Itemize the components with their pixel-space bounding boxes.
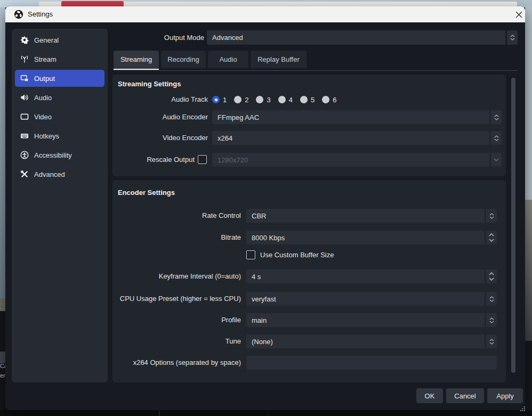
combo-arrows[interactable] bbox=[486, 335, 497, 348]
gear-icon bbox=[20, 36, 29, 44]
radio-label: 4 bbox=[289, 96, 293, 104]
cpu-preset-value: veryfast bbox=[252, 295, 276, 303]
radio-track-2[interactable] bbox=[234, 96, 241, 103]
combo-arrows[interactable] bbox=[491, 131, 502, 145]
combo-arrows[interactable] bbox=[486, 313, 497, 327]
apply-button[interactable]: Apply bbox=[487, 388, 523, 403]
keyframe-interval-spinbox[interactable]: 4 s bbox=[246, 270, 497, 283]
sidebar-item-stream[interactable]: Stream bbox=[15, 51, 104, 68]
chevron-up-icon bbox=[489, 233, 494, 236]
tune-value: (None) bbox=[252, 338, 273, 346]
chevron-up-icon bbox=[489, 272, 494, 275]
rescale-output-checkbox[interactable] bbox=[198, 155, 207, 164]
speaker-icon bbox=[20, 93, 29, 102]
background-left-strip bbox=[0, 7, 5, 298]
sidebar-item-video[interactable]: Video bbox=[15, 108, 104, 125]
tune-select[interactable]: (None) bbox=[246, 335, 497, 348]
sidebar-item-advanced[interactable]: Advanced bbox=[15, 166, 104, 183]
combo-arrows[interactable] bbox=[486, 292, 497, 306]
combo-arrows[interactable] bbox=[491, 153, 502, 167]
combo-arrows[interactable] bbox=[486, 209, 497, 223]
sidebar-item-label: Advanced bbox=[34, 170, 65, 178]
chevron-down-icon bbox=[494, 118, 499, 120]
streaming-settings-title: Streaming Settings bbox=[118, 80, 181, 88]
scrollbar-thumb[interactable] bbox=[511, 78, 515, 373]
sidebar-item-hotkeys[interactable]: Hotkeys bbox=[15, 127, 104, 144]
x264-options-label: x264 Options (separated by space) bbox=[81, 358, 241, 367]
apply-button-label: Apply bbox=[496, 392, 514, 400]
tab-label: Replay Buffer bbox=[257, 55, 300, 63]
custom-buffer-checkbox[interactable] bbox=[246, 250, 255, 259]
x264-options-input[interactable] bbox=[246, 356, 497, 370]
background-left-strip bbox=[0, 298, 5, 311]
video-encoder-label: Video Encoder bbox=[101, 134, 208, 142]
keyframe-interval-value: 4 s bbox=[252, 273, 261, 281]
screen: Ca er Settings General bbox=[0, 0, 532, 416]
background-divider bbox=[268, 410, 269, 416]
chevron-up-icon bbox=[489, 317, 494, 320]
rescale-resolution-select[interactable]: 1280x720 bbox=[212, 153, 502, 167]
radio-track-1[interactable] bbox=[212, 96, 220, 103]
sidebar-item-audio[interactable]: Audio bbox=[15, 89, 104, 106]
rate-control-select[interactable]: CBR bbox=[246, 209, 497, 223]
titlebar[interactable] bbox=[5, 6, 525, 22]
spin-arrows[interactable] bbox=[486, 231, 497, 244]
radio-track-5[interactable] bbox=[300, 96, 308, 103]
tab-separator bbox=[114, 70, 518, 71]
combo-arrows[interactable] bbox=[491, 110, 502, 124]
audio-encoder-select[interactable]: FFmpeg AAC bbox=[212, 110, 502, 124]
rate-control-label: Rate Control bbox=[108, 211, 241, 220]
close-icon[interactable] bbox=[513, 9, 525, 20]
tab-audio[interactable]: Audio bbox=[208, 51, 248, 68]
dialog-title: Settings bbox=[28, 6, 53, 22]
spin-arrows[interactable] bbox=[486, 270, 497, 283]
radio-label: 5 bbox=[311, 96, 315, 104]
output-mode-label: Output Mode bbox=[124, 30, 204, 45]
ok-button-label: OK bbox=[425, 392, 435, 400]
chevron-down-icon bbox=[489, 216, 494, 219]
encoder-settings-title: Encoder Settings bbox=[118, 189, 175, 197]
profile-select[interactable]: main bbox=[246, 313, 497, 327]
tab-label: Recording bbox=[167, 55, 199, 63]
bitrate-value: 8000 Kbps bbox=[252, 234, 285, 242]
sidebar-item-output[interactable]: Output bbox=[15, 70, 104, 87]
sidebar-item-label: General bbox=[34, 36, 59, 44]
profile-value: main bbox=[252, 316, 267, 324]
audio-track-label: Audio Track bbox=[128, 95, 208, 104]
chevron-down-icon bbox=[494, 158, 499, 161]
chevron-up-icon bbox=[489, 339, 494, 341]
bitrate-label: Bitrate bbox=[108, 233, 241, 242]
ok-button[interactable]: OK bbox=[416, 388, 443, 403]
display-icon bbox=[20, 112, 29, 121]
chevron-down-icon bbox=[489, 278, 494, 281]
keyboard-icon bbox=[20, 132, 29, 140]
resize-grip[interactable] bbox=[520, 404, 526, 413]
tune-label: Tune bbox=[108, 337, 241, 346]
bitrate-spinbox[interactable]: 8000 Kbps bbox=[246, 231, 497, 244]
sidebar-item-general[interactable]: General bbox=[15, 31, 104, 48]
cancel-button[interactable]: Cancel bbox=[446, 388, 484, 403]
output-mode-select[interactable]: Advanced bbox=[207, 30, 518, 45]
tools-icon bbox=[20, 170, 29, 178]
cpu-preset-label: CPU Usage Preset (higher = less CPU) bbox=[81, 295, 241, 303]
background-left-strip bbox=[0, 352, 5, 363]
radio-track-3[interactable] bbox=[256, 96, 263, 103]
video-encoder-select[interactable]: x264 bbox=[212, 131, 502, 145]
sidebar-item-label: Output bbox=[34, 75, 55, 83]
rate-control-value: CBR bbox=[252, 212, 266, 220]
chevron-up-icon bbox=[489, 296, 494, 299]
sidebar-item-label: Video bbox=[34, 113, 52, 121]
cpu-preset-select[interactable]: veryfast bbox=[246, 292, 497, 306]
radio-label: 2 bbox=[245, 96, 248, 104]
accessibility-icon bbox=[20, 151, 29, 159]
radio-track-6[interactable] bbox=[322, 96, 329, 103]
radio-track-4[interactable] bbox=[278, 96, 286, 103]
combo-arrows[interactable] bbox=[507, 30, 518, 45]
chevron-up-icon bbox=[494, 135, 499, 138]
tab-label: Streaming bbox=[120, 55, 152, 63]
tab-recording[interactable]: Recording bbox=[161, 51, 206, 68]
background-right-strip bbox=[525, 6, 532, 200]
tab-replay-buffer[interactable]: Replay Buffer bbox=[251, 51, 307, 68]
chevron-down-icon bbox=[510, 38, 515, 40]
tab-streaming[interactable]: Streaming bbox=[114, 51, 159, 68]
